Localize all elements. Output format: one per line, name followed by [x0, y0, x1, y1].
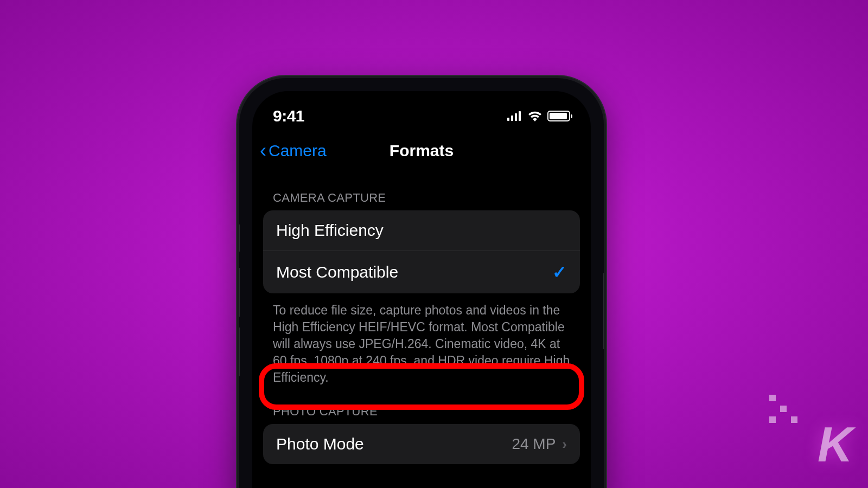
- watermark-dots: [769, 395, 797, 423]
- row-label: Most Compatible: [276, 263, 398, 281]
- svg-rect-1: [511, 115, 513, 121]
- svg-rect-2: [515, 113, 517, 121]
- row-value: 24 MP ›: [512, 435, 567, 453]
- section-footer-camera-capture: To reduce file size, capture photos and …: [263, 293, 580, 386]
- back-label: Camera: [269, 142, 327, 160]
- status-icons: [507, 111, 570, 121]
- row-label: High Efficiency: [276, 221, 384, 240]
- photo-capture-group: Photo Mode 24 MP ›: [263, 424, 580, 464]
- phone-power-button: [603, 273, 606, 349]
- status-time: 9:41: [273, 107, 304, 125]
- row-most-compatible[interactable]: Most Compatible ✓: [263, 251, 580, 293]
- watermark-logo: K: [818, 417, 853, 473]
- phone-frame: 9:41: [237, 76, 606, 488]
- back-button[interactable]: ‹ Camera: [260, 141, 327, 160]
- photo-mode-value: 24 MP: [512, 435, 556, 453]
- checkmark-icon: ✓: [552, 262, 567, 282]
- chevron-left-icon: ‹: [260, 141, 266, 160]
- section-header-camera-capture: CAMERA CAPTURE: [263, 172, 580, 210]
- row-label: Photo Mode: [276, 435, 364, 453]
- svg-rect-0: [507, 118, 509, 121]
- dynamic-island: [373, 105, 470, 128]
- settings-content: CAMERA CAPTURE High Efficiency Most Comp…: [252, 172, 591, 464]
- page-title: Formats: [390, 142, 454, 160]
- cellular-signal-icon: [507, 111, 522, 121]
- row-high-efficiency[interactable]: High Efficiency: [263, 210, 580, 251]
- phone-screen: 9:41: [252, 91, 591, 488]
- battery-icon: [547, 111, 570, 121]
- phone-mute-switch: [237, 224, 240, 252]
- wifi-icon: [528, 111, 542, 121]
- phone-volume-up: [237, 268, 240, 317]
- phone-volume-down: [237, 328, 240, 376]
- section-header-photo-capture: PHOTO CAPTURE: [263, 386, 580, 424]
- navigation-bar: ‹ Camera Formats: [252, 131, 591, 172]
- svg-rect-3: [519, 111, 521, 121]
- row-photo-mode[interactable]: Photo Mode 24 MP ›: [263, 424, 580, 464]
- camera-capture-group: High Efficiency Most Compatible ✓: [263, 210, 580, 293]
- chevron-right-icon: ›: [562, 436, 567, 453]
